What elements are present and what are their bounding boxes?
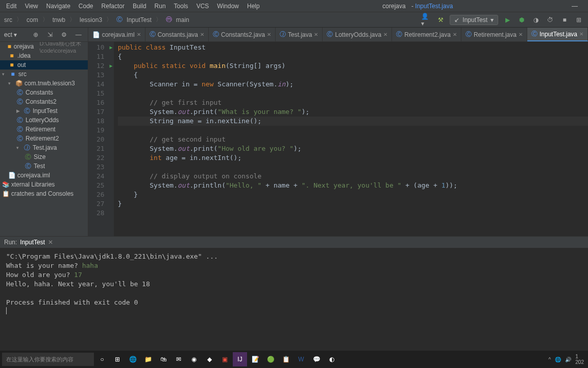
editor-tab[interactable]: ⒸConstants.java✕ [145, 28, 209, 41]
breadcrumb-item[interactable]: lession3 [78, 16, 104, 24]
breadcrumb: src〉 com〉 tnwb〉 lession3〉 ⒸInputTest〉 ⓜm… [0, 15, 421, 24]
chevron-down-icon: ▾ [491, 16, 494, 24]
app-icon[interactable]: 📋 [279, 352, 293, 366]
src-folder-icon: ■ [9, 71, 16, 78]
breadcrumb-item[interactable]: com [24, 16, 40, 24]
app-icon[interactable]: ◐ [325, 352, 339, 366]
code-editor[interactable]: public class InputTest { public static v… [114, 42, 588, 236]
editor-tab[interactable]: ⒸRetirement2.java✕ [392, 28, 461, 41]
run-gutter-icon[interactable]: ▶ [110, 61, 113, 71]
word-icon[interactable]: W [294, 352, 308, 366]
scratch-icon: 📋 [2, 190, 9, 197]
user-icon[interactable]: 👤▾ [421, 15, 431, 25]
stop-button[interactable]: ■ [559, 15, 570, 25]
menu-run[interactable]: Run [151, 3, 170, 10]
network-icon[interactable]: 🌐 [555, 357, 561, 362]
menu-tools[interactable]: Tools [170, 3, 192, 10]
close-icon[interactable]: ✕ [200, 32, 204, 37]
breadcrumb-item[interactable]: main [174, 16, 191, 24]
editor-tab-active[interactable]: ⒸInputTest.java✕ [527, 28, 588, 41]
debug-button[interactable]: ⬢ [517, 15, 527, 25]
menu-vcs[interactable]: VCS [192, 3, 213, 10]
coverage-button[interactable]: ◑ [531, 15, 541, 25]
close-icon[interactable]: ✕ [383, 32, 387, 37]
class-icon: Ⓒ [16, 134, 23, 143]
breadcrumb-item[interactable]: src [2, 16, 14, 24]
build-hammer-icon[interactable]: ⚒ [435, 15, 446, 25]
search-icon[interactable]: ⊞ [574, 15, 584, 25]
run-gutter-icon[interactable]: ▶ [110, 43, 113, 52]
editor-tab[interactable]: ⒸLotteryOdds.java✕ [323, 28, 392, 41]
store-icon[interactable]: 🛍 [156, 352, 170, 366]
tree-item-out[interactable]: ■out [0, 60, 88, 70]
editor-tab[interactable]: 📄corejava.iml✕ [88, 28, 145, 41]
editor-tab[interactable]: ⒿTest.java✕ [276, 28, 323, 41]
menu-view[interactable]: View [21, 3, 42, 10]
project-tree[interactable]: ■orejava D:\Java核心技术\code\corejava ■.ide… [0, 42, 88, 236]
expand-icon[interactable]: ⇲ [45, 30, 55, 40]
tray-chevron-icon[interactable]: ^ [549, 357, 551, 362]
close-icon[interactable]: ✕ [267, 32, 271, 37]
class-icon: Ⓒ [16, 116, 23, 125]
taskbar-search[interactable]: 在这里输入你要搜索的内容 [2, 353, 94, 366]
editor-tab[interactable]: ⒸRetirement.java✕ [461, 28, 527, 41]
menu-edit[interactable]: Edit [2, 3, 21, 10]
class-icon: Ⓒ [465, 30, 472, 39]
menu-build[interactable]: Build [129, 3, 151, 10]
run-button[interactable]: ▶ [502, 15, 512, 25]
app-icon[interactable]: ◆ [202, 352, 216, 366]
app-icon[interactable]: 🟢 [263, 352, 278, 366]
chrome-icon[interactable]: ◉ [187, 352, 201, 366]
edge-icon[interactable]: 🌐 [126, 352, 140, 366]
profiler-button[interactable]: ⏱ [545, 15, 555, 25]
hide-icon[interactable]: — [74, 30, 84, 40]
mail-icon[interactable]: ✉ [172, 352, 186, 366]
cortana-icon[interactable]: ○ [95, 352, 109, 366]
pdf-icon[interactable]: ▣ [217, 352, 232, 366]
editor-tab[interactable]: ⒸConstants2.java✕ [209, 28, 276, 41]
gutter[interactable]: 10▶ 11 12▶ 13141516171819202122232425262… [88, 42, 114, 236]
run-config-name[interactable]: InputTest [20, 239, 45, 246]
console-output[interactable]: "C:\Program Files\Java\jdk1.8.0_221\bin\… [0, 248, 588, 354]
close-icon[interactable]: ✕ [579, 31, 583, 37]
java-icon: Ⓙ [280, 30, 286, 39]
close-icon[interactable]: ✕ [137, 32, 141, 37]
clock[interactable]: 1202 [575, 354, 584, 365]
intellij-icon[interactable]: IJ [233, 352, 247, 366]
wechat-icon[interactable]: 💬 [309, 352, 324, 366]
locate-icon[interactable]: ⊕ [31, 30, 41, 40]
menu-window[interactable]: Window [213, 3, 243, 10]
folder-icon: ■ [8, 61, 15, 68]
close-icon[interactable]: ✕ [314, 32, 318, 37]
gear-icon[interactable]: ⚙ [59, 30, 69, 40]
window-title: corejava - InputTest.java [264, 3, 568, 10]
minimize-icon[interactable]: — [568, 3, 582, 10]
package-icon: 📦 [15, 80, 22, 87]
task-view-icon[interactable]: ⊞ [110, 352, 125, 366]
java-file-icon: Ⓙ [23, 144, 31, 152]
menu-refactor[interactable]: Refactor [97, 3, 129, 10]
breadcrumb-item[interactable]: tnwb [51, 16, 67, 24]
run-config-dropdown[interactable]: ↙ InputTest ▾ [450, 15, 498, 25]
volume-icon[interactable]: 🔊 [565, 357, 571, 362]
folder-icon: ■ [7, 43, 12, 50]
method-icon: ⓜ [164, 15, 174, 24]
notepad-icon[interactable]: 📝 [248, 352, 262, 366]
menu-code[interactable]: Code [75, 3, 97, 10]
close-icon[interactable]: ✕ [48, 239, 53, 246]
project-view-dropdown[interactable]: ect ▾ [4, 31, 27, 38]
class-icon: Ⓒ [327, 30, 333, 39]
menu-navigate[interactable]: Navigate [42, 3, 74, 10]
menu-help[interactable]: Help [243, 3, 264, 10]
class-icon: Ⓒ [114, 15, 125, 24]
project-tool-window: ect ▾ ⊕ ⇲ ⚙ — ■orejava D:\Java核心技术\code\… [0, 28, 88, 236]
class-icon: Ⓒ [531, 30, 537, 38]
breadcrumb-item[interactable]: InputTest [125, 16, 154, 24]
close-icon[interactable]: ✕ [453, 32, 457, 37]
system-tray[interactable]: ^ 🌐 🔊 1202 [549, 354, 586, 365]
library-icon: 📚 [2, 181, 9, 188]
class-icon: Ⓒ [16, 125, 23, 134]
close-icon[interactable]: ✕ [519, 32, 523, 37]
explorer-icon[interactable]: 📁 [141, 352, 155, 366]
class-icon: Ⓒ [16, 98, 23, 106]
